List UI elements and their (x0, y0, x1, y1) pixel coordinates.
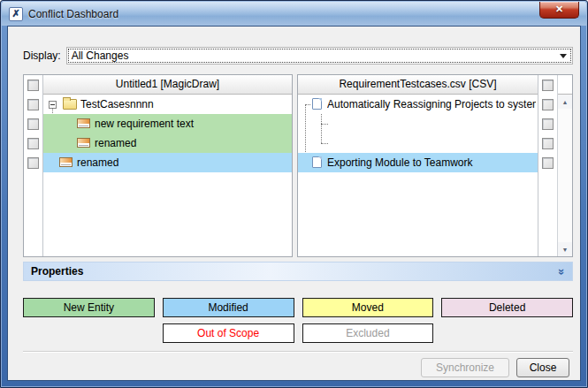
dialog-content: Display: All Changes Untitled1 [MagicDra… (7, 26, 581, 381)
app-icon-glyph: ✗ (11, 9, 19, 19)
magicdraw-app-icon: ✗ (9, 7, 23, 21)
document-icon (312, 98, 322, 110)
tree-row-label: Automatically Reassigning Projects to sy… (327, 95, 536, 114)
requirement-icon (77, 138, 90, 148)
display-row: Display: All Changes (23, 47, 573, 65)
legend-moved[interactable]: Moved (302, 298, 434, 317)
properties-label: Properties (31, 265, 83, 278)
vertical-scrollbar[interactable]: ▲ ▼ (557, 75, 572, 256)
right-row-checkbox[interactable] (542, 138, 554, 149)
tree-row[interactable]: Exporting Module to Teamwork (298, 153, 538, 172)
legend: New Entity Modified Moved Deleted Out of… (23, 298, 573, 343)
tree-row-label: renamed (77, 153, 290, 172)
left-tree: Untitled1 [MagicDraw] TestCasesnnnn (43, 75, 292, 256)
display-filter-combobox[interactable]: All Changes (66, 47, 573, 65)
scroll-down-icon[interactable]: ▼ (558, 242, 572, 256)
right-checkbox-column (538, 75, 557, 256)
tree-row-label: TestCasesnnnn (80, 95, 290, 114)
conflict-dashboard-dialog: ✗ Conflict Dashboard ✕ Display: All Chan… (0, 0, 588, 388)
left-panel-header: Untitled1 [MagicDraw] (43, 75, 292, 95)
display-label: Display: (23, 49, 61, 62)
right-row-checkbox[interactable] (542, 99, 554, 110)
comparison-panels: Untitled1 [MagicDraw] TestCasesnnnn (23, 74, 573, 257)
footer: Synchronize Close (23, 358, 573, 377)
document-icon (312, 156, 322, 168)
legend-new-entity[interactable]: New Entity (23, 298, 155, 317)
chevron-down-icon[interactable] (560, 54, 567, 58)
right-row-checkbox[interactable] (542, 118, 554, 130)
left-row-checkbox[interactable] (27, 138, 39, 149)
close-window-button[interactable]: ✕ (539, 2, 579, 19)
left-checkbox-column (24, 75, 43, 256)
tree-row[interactable]: Automatically Reassigning Projects to sy… (298, 95, 538, 114)
right-source-panel: RequirementTestcases.csv [CSV] Automatic… (297, 74, 573, 257)
close-button[interactable]: Close (516, 358, 569, 377)
tree-row[interactable]: new requirement text (43, 114, 292, 133)
right-panel-header: RequirementTestcases.csv [CSV] (298, 75, 538, 95)
folder-icon (63, 99, 77, 110)
legend-excluded[interactable]: Excluded (302, 323, 434, 343)
tree-row-empty[interactable] (298, 133, 538, 153)
scroll-up-icon[interactable]: ▲ (558, 95, 572, 109)
requirement-icon (59, 157, 73, 167)
right-tree: RequirementTestcases.csv [CSV] Automatic… (298, 75, 538, 256)
left-tree-body: TestCasesnnnn new requirement text renam… (43, 95, 292, 256)
tree-row-label: Exporting Module to Teamwork (327, 153, 536, 172)
left-source-panel: Untitled1 [MagicDraw] TestCasesnnnn (23, 74, 293, 257)
combobox-value: All Changes (68, 49, 571, 63)
left-row-checkbox[interactable] (27, 99, 39, 110)
close-icon: ✕ (555, 4, 563, 14)
double-chevron-down-icon[interactable]: » (556, 268, 568, 274)
properties-section-header[interactable]: Properties » (23, 262, 573, 281)
left-select-all-checkbox[interactable] (27, 80, 39, 91)
right-tree-body: Automatically Reassigning Projects to sy… (298, 95, 538, 256)
legend-out-of-scope[interactable]: Out of Scope (163, 323, 294, 343)
tree-row[interactable]: TestCasesnnnn (43, 95, 292, 114)
requirement-icon (77, 118, 90, 128)
window-title: Conflict Dashboard (28, 8, 118, 20)
footer-divider (23, 351, 573, 353)
left-row-checkbox[interactable] (27, 118, 39, 130)
right-select-all-checkbox[interactable] (542, 80, 554, 91)
left-row-checkbox[interactable] (27, 157, 39, 169)
legend-deleted[interactable]: Deleted (441, 298, 573, 317)
tree-row[interactable]: renamed (43, 153, 292, 172)
collapse-expander-icon[interactable] (49, 101, 57, 109)
tree-row-label: renamed (95, 133, 290, 153)
title-bar: ✗ Conflict Dashboard ✕ (2, 2, 586, 26)
tree-row[interactable]: renamed (43, 133, 292, 153)
tree-row-empty[interactable] (298, 114, 538, 133)
scrollbar-header-spacer (558, 75, 572, 95)
right-row-checkbox[interactable] (542, 157, 554, 169)
synchronize-button[interactable]: Synchronize (421, 358, 509, 377)
tree-row-label: new requirement text (95, 114, 290, 133)
legend-modified[interactable]: Modified (163, 298, 294, 317)
